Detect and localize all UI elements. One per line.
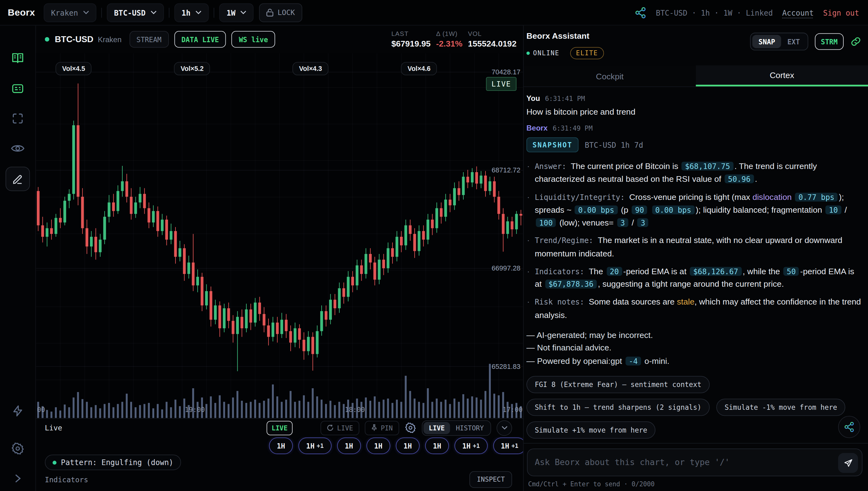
timeframe-pill[interactable]: 1H+1 [455,438,488,454]
vol-multiple-badge: Vol×4.6 [401,62,437,76]
timeframe-select[interactable]: 1h [174,3,209,22]
timeframe-pill[interactable]: 1H [366,438,390,454]
timeframe-pill[interactable]: 1H [425,438,449,454]
book-open-icon[interactable] [11,52,24,65]
stream-button[interactable]: STREAM [129,31,169,48]
timeframe-pill[interactable]: 1H [337,438,361,454]
chart-canvas: 70428.1768712.7266997.2865281.830019:001… [36,53,523,418]
ext-tab[interactable]: EXT [781,35,806,49]
eye-icon[interactable] [10,143,25,154]
chart-settings-gear-icon[interactable] [405,422,416,434]
tab-cockpit[interactable]: Cockpit [523,65,696,86]
candle [86,228,88,247]
card-panel-icon[interactable] [11,82,24,95]
candle [351,277,354,285]
candle [201,277,204,306]
volume-bar [498,396,500,418]
candle [356,265,358,286]
candle [382,260,385,268]
mode-history-tab[interactable]: HISTORY [450,422,489,434]
live-center-button[interactable]: LIVE [267,421,293,435]
chevron-down-icon [501,426,507,430]
signout-link[interactable]: Sign out [823,8,859,17]
volume-bar [480,400,482,418]
candle [484,176,487,191]
refresh-live-button[interactable]: LIVE [320,421,359,435]
suggestion-chip[interactable]: Simulate +1% move from here [527,421,655,438]
candle [183,248,186,274]
pin-button[interactable]: PIN [365,421,399,435]
timeframe-pills-row: 1H1H+11H1H1H1H1H+11H+11H1H [36,437,523,455]
candle [511,222,514,230]
suggestion-chip[interactable]: Simulate -1% move from here [716,399,845,416]
candle [81,197,84,228]
draw-tool-button[interactable] [6,167,30,191]
volume-bar [294,402,296,418]
suggestion-chip[interactable]: FGI 8 (Extreme Fear) — sentiment context [527,376,710,393]
strm-button[interactable]: STRM [815,33,844,50]
snap-tab[interactable]: SNAP [752,35,781,49]
volume-bar [55,407,57,418]
value-token: 3 [637,218,649,227]
ws-live-button[interactable]: WS live [232,31,275,48]
pattern-badge[interactable]: Pattern: Engulfing (down) [45,455,181,470]
volume-bar [77,392,79,418]
share-chart-button[interactable] [838,416,860,438]
candlestick-chart[interactable]: 70428.1768712.7266997.2865281.830019:001… [36,53,523,418]
account-link[interactable]: Account [782,8,814,17]
chat-transcript[interactable]: You 6:31:41 PM How is bitcoin price and … [523,87,868,443]
range-select[interactable]: 1W [219,3,253,22]
candle [435,208,438,228]
timeframe-pill[interactable]: 1H [269,438,293,454]
inspect-button[interactable]: INSPECT [470,471,512,488]
candle [320,311,323,331]
volume-bar [369,401,371,418]
lock-button-label: LOCK [277,8,295,17]
candle [307,337,310,351]
chat-input[interactable] [528,457,862,467]
timeframe-pill[interactable]: 1H+1 [493,438,523,454]
volume-bar [383,400,384,418]
link-icon[interactable] [850,36,861,47]
mode-live-tab[interactable]: LIVE [423,422,450,434]
send-button[interactable] [838,453,858,473]
lock-button[interactable]: LOCK [259,3,302,22]
timeframe-pill[interactable]: 1H+1 [299,438,332,454]
settings-gear-icon[interactable] [11,442,24,455]
candle [285,320,288,331]
share-icon[interactable] [634,6,646,19]
venue-select[interactable]: Kraken [44,3,96,22]
volume-bar [95,405,97,418]
data-live-button[interactable]: DATA LIVE [174,31,226,48]
candle [480,176,482,184]
snap-ext-toggle: SNAP EXT [750,33,808,51]
disclaimer-lines: — AI-generated; may be incorrect.— Not f… [527,328,862,368]
collapse-chevron-icon[interactable] [14,474,22,483]
candle [387,248,389,268]
suggestion-chip[interactable]: Shift to 1h — trend sharpens (2 signals) [527,399,710,416]
volume-bar [285,400,287,418]
answer-bullet: ·Indicators: The 20-period EMA is at $68… [527,264,862,290]
online-dot [527,52,530,55]
value-token: 3 [617,218,628,227]
volume-bar [299,401,300,418]
chart-live-badge: LIVE [486,77,517,91]
user-timestamp: 6:31:41 PM [545,95,585,103]
volume-bar [228,404,230,418]
lightning-icon[interactable] [11,404,24,417]
pair-select[interactable]: BTC-USD [107,3,163,22]
bullet-label: Answer: [535,162,571,171]
time-axis-label: 00 [37,406,45,413]
pattern-label: Pattern: Engulfing (down) [61,458,173,467]
expand-toolbar-button[interactable] [497,420,512,436]
bullet-label: Trend/Regime: [535,236,598,245]
candle [108,202,111,217]
assistant-header: Beorx Assistant ONLINE ELITE SNAP EXT ST… [523,26,868,66]
volume-bar [152,408,154,418]
tab-cortex[interactable]: Cortex [696,65,868,86]
snapshot-row: SNAPSHOT BTC-USD 1h 7d [527,138,862,152]
timeframe-pill[interactable]: 1H [396,438,420,454]
chart-stats: LAST Δ (1W) VOL $67919.95 -2.31% 155524.… [391,31,519,49]
link-context-text: BTC-USD · 1h · 1W · Linked [656,8,773,17]
fullscreen-icon[interactable] [11,112,24,125]
